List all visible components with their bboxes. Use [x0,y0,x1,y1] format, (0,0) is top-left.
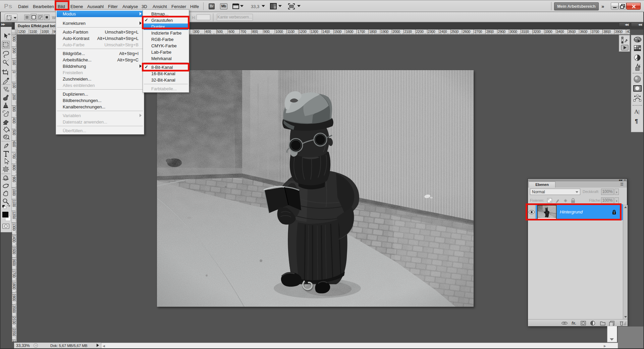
svg-text:fx.: fx. [572,321,576,326]
